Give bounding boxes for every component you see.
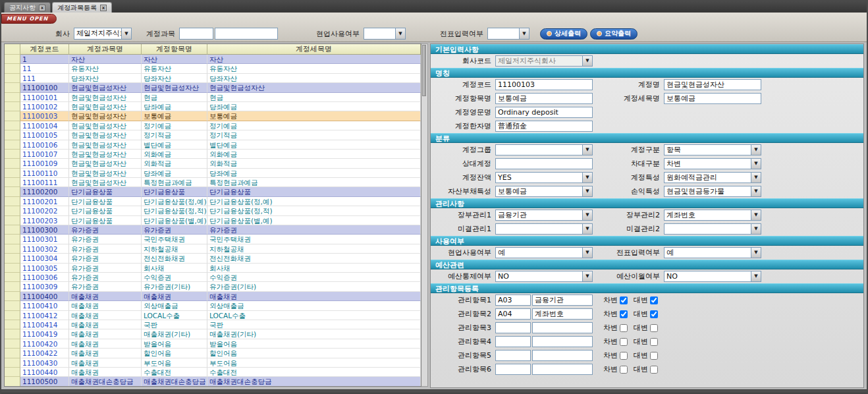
account-hanja-name-input[interactable] (495, 121, 593, 132)
table-row[interactable]: 11100102현금및현금성자산당좌예금당좌예금 (5, 102, 421, 111)
mgmt-item-6-name-input[interactable] (532, 364, 593, 375)
mgmt-item-5-debit-checkbox[interactable] (620, 352, 628, 360)
table-row[interactable]: 11100203단기금융상품단기금융상품(별,예)단기금융상품(별,예) (5, 216, 421, 225)
account-characteristic-select[interactable]: 원화예적금관리▼ (664, 172, 761, 183)
cell-item-name: 당좌자산 (142, 74, 207, 83)
table-scrollbar[interactable] (421, 43, 428, 387)
mgmt-item-2-credit-checkbox[interactable] (650, 310, 658, 318)
scrollbar-thumb[interactable] (422, 45, 426, 96)
table-row[interactable]: 11100109현금및현금성자산외화적금외화적금 (5, 159, 421, 168)
account-detail-name-input[interactable] (664, 93, 761, 104)
table-row[interactable]: 11100107현금및현금성자산외화예금외화예금 (5, 150, 421, 159)
table-row[interactable]: 11100400매출채권매출채권매출채권 (5, 292, 421, 301)
table-row[interactable]: 11100500매출채권대손충당금매출채권대손충당금매출채권대손충당금 (5, 377, 421, 386)
tab-account-registration[interactable]: 계정과목등록 x (52, 2, 112, 13)
account-code-filter-input[interactable] (179, 28, 213, 40)
table-row[interactable]: 11100440매출채권수출대전수출대전 (5, 368, 421, 377)
detail-print-button[interactable]: 상세출력 (540, 28, 587, 40)
table-row[interactable]: 11100202단기금융상품단기금융상품(정,적)단기금융상품(정,적) (5, 206, 421, 215)
table-row[interactable]: 11100306유가증권수익증권수익증권 (5, 273, 421, 282)
counter-account-input[interactable] (495, 158, 593, 169)
company-filter-select[interactable]: 제일저지주식회사 ▼ (74, 28, 132, 40)
field-use-filter-select[interactable]: ▼ (364, 28, 406, 40)
mgmt-item-5-name-input[interactable] (532, 350, 593, 361)
tab-close-icon[interactable]: x (100, 5, 107, 11)
table-row[interactable]: 11유동자산유동자산유동자산 (5, 64, 421, 73)
budget-control-select[interactable]: NO▼ (495, 271, 593, 282)
table-row[interactable]: 11100309유가증권유가증권(기타)유가증권(기타) (5, 282, 421, 291)
tab-close-icon[interactable]: x (39, 5, 45, 11)
table-row[interactable]: 11100419매출채권매출채권(기타)매출채권(기타) (5, 329, 421, 339)
mgmt-item-row: 관리항목3차변대변 (431, 321, 863, 335)
table-row[interactable]: 11100106현금및현금성자산별단예금별단예금 (5, 140, 421, 150)
mgmt-item-5-code-input[interactable] (495, 350, 531, 361)
table-row[interactable]: 11100105현금및현금성자산정기적금정기적금 (5, 130, 421, 140)
slip-entry-select[interactable]: 예▼ (664, 247, 761, 258)
mgmt-item-3-name-input[interactable] (532, 322, 593, 333)
asset-liability-characteristic-select[interactable]: 보통예금▼ (495, 186, 593, 197)
mgmt-item-1-debit-checkbox[interactable] (620, 296, 628, 304)
account-division-select[interactable]: 항목▼ (664, 144, 761, 155)
company-code-select[interactable]: 제일저지주식회사▼ (495, 55, 593, 67)
mgmt-item-4-credit-checkbox[interactable] (650, 338, 658, 346)
table-row[interactable]: 11100420매출채권받을어음받을어음 (5, 339, 421, 349)
ledger-mgmt-1-select[interactable]: 금융기관▼ (495, 210, 593, 221)
mgmt-item-3-debit-checkbox[interactable] (620, 324, 628, 332)
section-header: 관리항목등록 (431, 283, 863, 293)
tab-notice[interactable]: 공지사항 x (4, 2, 51, 13)
pending-mgmt-2-select[interactable]: ▼ (664, 223, 761, 235)
mgmt-item-4-name-input[interactable] (532, 336, 593, 347)
account-item-name-input[interactable] (495, 93, 593, 104)
account-name-filter-input[interactable] (215, 28, 278, 40)
table-row[interactable]: 11100201단기금융상품단기금융상품(정,예)단기금융상품(정,예) (5, 197, 421, 206)
table-row[interactable]: 11100412매출채권LOCAL수출LOCAL수출 (5, 311, 421, 320)
profit-loss-characteristic-select[interactable]: 현금및현금등가물▼ (664, 186, 761, 197)
table-row[interactable]: 11100300유가증권유가증권유가증권 (5, 225, 421, 235)
mgmt-item-1-name-input[interactable] (532, 295, 593, 306)
table-row[interactable]: 11100422매출채권할인어음할인어음 (5, 349, 421, 358)
table-row[interactable]: 11100101현금및현금성자산현금현금 (5, 93, 421, 102)
mgmt-item-1-code-input[interactable] (495, 295, 531, 306)
menu-open-button[interactable]: MENU OPEN (1, 14, 57, 24)
table-row[interactable]: 1자산자산자산 (5, 55, 421, 64)
account-code-input[interactable] (495, 79, 593, 90)
table-row[interactable]: 11100430매출채권부도어음부도어음 (5, 358, 421, 368)
mgmt-item-6-code-input[interactable] (495, 364, 531, 375)
mgmt-item-3-credit-checkbox[interactable] (650, 324, 658, 332)
mgmt-item-4-code-input[interactable] (495, 336, 531, 347)
table-row[interactable]: 11100302유가증권지하철공채지하철공채 (5, 244, 421, 254)
mgmt-item-2-code-input[interactable] (495, 308, 531, 320)
account-balance-select[interactable]: YES▼ (495, 172, 593, 183)
account-name-input[interactable] (664, 79, 761, 90)
debit-credit-division-select[interactable]: 차변▼ (664, 158, 761, 169)
table-row[interactable]: 11100414매출채권국판국판 (5, 320, 421, 329)
mgmt-item-3-code-input[interactable] (495, 322, 531, 333)
account-group-select[interactable]: ▼ (495, 144, 593, 155)
table-row[interactable]: 11100305유가증권회사채회사채 (5, 264, 421, 273)
pending-mgmt-1-select[interactable]: ▼ (495, 223, 593, 235)
mgmt-item-2-name-input[interactable] (532, 308, 593, 320)
mgmt-item-2-debit-checkbox[interactable] (620, 310, 628, 318)
table-row[interactable]: 11100104현금및현금성자산정기예금정기예금 (5, 121, 421, 130)
table-row[interactable]: 11100100현금및현금성자산현금및현금성자산현금및현금성자산 (5, 83, 421, 92)
table-row[interactable]: 11100410매출채권외상매출금외상매출금 (5, 301, 421, 310)
table-row[interactable]: 11100200단기금융상품단기금융상품단기금융상품 (5, 187, 421, 196)
table-row[interactable]: 11100103현금및현금성자산보통예금보통예금 (5, 111, 421, 121)
budget-carryover-select[interactable]: NO▼ (664, 271, 761, 282)
slip-entry-filter-select[interactable]: ▼ (487, 28, 529, 40)
mgmt-item-1-credit-checkbox[interactable] (650, 296, 658, 304)
mgmt-item-5-credit-checkbox[interactable] (650, 352, 658, 360)
summary-print-button[interactable]: 요약출력 (590, 28, 637, 40)
ledger-mgmt-2-select[interactable]: 계좌번호▼ (664, 210, 761, 221)
table-row[interactable]: 11100110현금및현금성자산당좌예금당좌예금 (5, 169, 421, 178)
table-row[interactable]: 11100111현금및현금성자산특정현금과예금특정현금과예금 (5, 178, 421, 187)
mgmt-item-6-credit-checkbox[interactable] (650, 366, 658, 374)
mgmt-item-6-debit-checkbox[interactable] (620, 366, 628, 374)
cell-item-name: 자산 (142, 55, 207, 64)
field-use-select[interactable]: 예▼ (495, 247, 593, 258)
mgmt-item-4-debit-checkbox[interactable] (620, 338, 628, 346)
table-row[interactable]: 11100304유가증권전신전화채권전신전화채권 (5, 254, 421, 263)
account-english-name-input[interactable] (495, 107, 593, 118)
table-row[interactable]: 11100301유가증권국민주택채권국민주택채권 (5, 235, 421, 244)
table-row[interactable]: 111당좌자산당좌자산당좌자산 (5, 74, 421, 83)
